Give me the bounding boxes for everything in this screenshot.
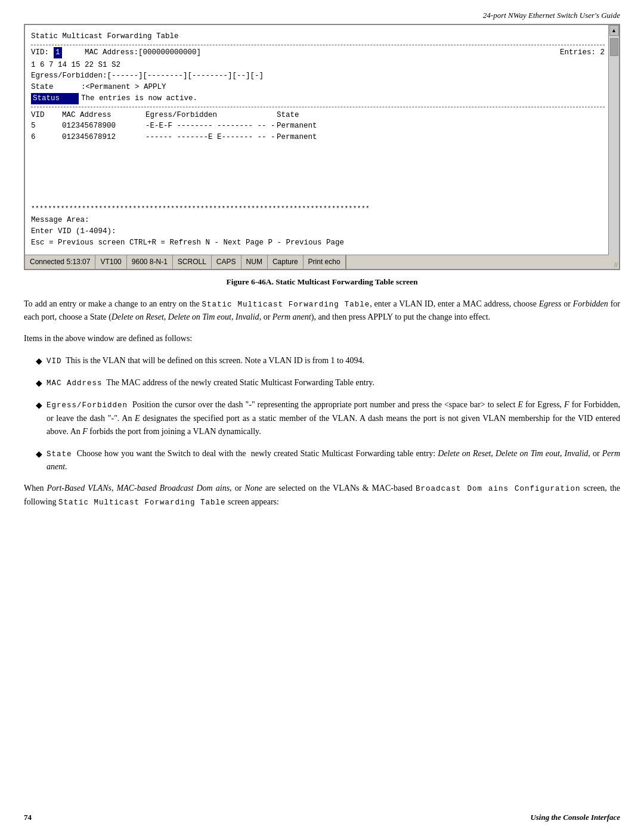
bullet-list: ◆ VID This is the VLAN that will be defi… — [36, 354, 620, 474]
statusbar-scroll: SCROLL — [173, 255, 212, 269]
bullet-diamond-egress: ◆ — [36, 399, 47, 412]
state-label: State — [31, 82, 79, 93]
bullet-term-vid: VID — [47, 357, 62, 366]
message-area-label: Message Area: — [31, 215, 605, 226]
row2-vid: 6 — [31, 132, 62, 143]
terminal-scrollbar: ▲ ▼ — [608, 25, 619, 269]
inline-permanent: Perm anent — [273, 312, 311, 321]
help-line: Esc = Previous screen CTRL+R = Refresh N… — [31, 237, 605, 249]
bullet-content-mac: MAC Address The MAC address of the newly… — [47, 376, 620, 389]
table-header-row: VID MAC Address Egress/Forbidden State — [31, 110, 605, 121]
figure-caption: Figure 6-46A. Static Multicast Forwardin… — [24, 277, 620, 287]
table-row-1: 5 012345678900 -E-E-F -------- -------- … — [31, 120, 605, 132]
state-value: :<Permanent > APPLY — [81, 82, 166, 93]
bullet-item-state: ◆ State Choose how you want the Switch t… — [36, 447, 620, 474]
col-mac-header: MAC Address — [62, 110, 145, 121]
statusbar-baud: 9600 8-N-1 — [127, 255, 173, 269]
stars-separator: ****************************************… — [31, 204, 605, 214]
row1-vid: 5 — [31, 120, 62, 132]
inline-port-based: Port-Based VLANs — [47, 484, 111, 493]
body-paragraph-bottom: When Port-Based VLANs, MAC-based Broadca… — [24, 482, 620, 509]
bullet-diamond-vid: ◆ — [36, 355, 47, 368]
bullet-item-vid: ◆ VID This is the VLAN that will be defi… — [36, 354, 620, 368]
table-row-2: 6 012345678912 ------ -------E E------- … — [31, 132, 605, 143]
bullet-item-egress: ◆ Egress/Forbidden Position the cursor o… — [36, 398, 620, 438]
egress-f: F — [564, 400, 569, 409]
terminal-box: Static Multicast Forwarding Table VID: 1… — [24, 24, 620, 270]
egress-e2: E — [135, 414, 140, 423]
bullet-content-vid: VID This is the VLAN that will be define… — [47, 354, 620, 367]
terminal-inner: Static Multicast Forwarding Table VID: 1… — [25, 25, 619, 255]
inline-delete-reset: Delete on Reset — [112, 312, 164, 321]
inline-forbidden: Forbidden — [573, 299, 608, 308]
port-row: 1 6 7 14 15 22 S1 S2 — [31, 60, 605, 71]
row1-egress: -E-E-F -------- -------- -- - — [145, 120, 277, 132]
egress-row: Egress/Forbidden:[------][--------][----… — [31, 70, 605, 82]
inline-mac-based: MAC-based Broadcast Dom ains — [117, 484, 230, 493]
enter-vid-label: Enter VID (1-4094): — [31, 226, 605, 237]
scrollbar-thumb[interactable] — [610, 38, 618, 56]
statusbar-resize: // — [346, 255, 619, 269]
row2-mac: 012345678912 — [62, 132, 145, 143]
row2-egress: ------ -------E E------- -- - — [145, 132, 277, 143]
separator-2 — [31, 107, 605, 107]
col-vid-header: VID — [31, 110, 62, 121]
body-paragraph-1: To add an entry or make a change to an e… — [24, 298, 620, 324]
status-value: The entries is now active. — [81, 93, 197, 104]
col-state-header: State — [277, 110, 299, 121]
statusbar-connected: Connected 5:13:07 — [25, 255, 95, 269]
vid-input[interactable]: 1 — [54, 47, 62, 58]
page-header-title: 24-port NWay Ethernet Switch User's Guid… — [483, 11, 620, 20]
state-row: State :<Permanent > APPLY — [31, 82, 605, 93]
row1-state: Permanent — [277, 120, 317, 132]
status-label: Status — [31, 93, 79, 104]
bullet-content-egress: Egress/Forbidden Position the cursor ove… — [47, 398, 620, 438]
inline-smft2: Static Multicast Forwarding Table — [58, 498, 226, 507]
bullet-diamond-mac: ◆ — [36, 377, 47, 390]
terminal-title: Static Multicast Forwarding Table — [31, 31, 605, 42]
bullet-term-egress: Egress/Forbidden — [47, 401, 128, 410]
footer-page-number: 74 — [24, 813, 32, 822]
mac-label: MAC Address:[000000000000] — [85, 47, 201, 58]
entries-label: Entries: 2 — [560, 47, 605, 58]
terminal-spacer — [31, 143, 605, 203]
page-footer: 74 Using the Console Interface — [24, 813, 620, 822]
main-content: Static Multicast Forwarding Table VID: 1… — [24, 24, 620, 809]
separator-1 — [31, 45, 605, 45]
statusbar-print-echo: Print echo — [304, 255, 346, 269]
terminal-statusbar: Connected 5:13:07 VT100 9600 8-N-1 SCROL… — [25, 255, 619, 269]
egress-e: E — [518, 400, 523, 409]
bullet-diamond-state: ◆ — [36, 448, 47, 461]
statusbar-num: NUM — [242, 255, 268, 269]
egress-f2: F — [82, 427, 88, 436]
state-delete-timeout: Delete on Tim eout — [496, 449, 560, 458]
state-invalid: Invalid — [565, 449, 589, 458]
inline-code-smft: Static Multicast Forwarding Table — [202, 301, 370, 309]
state-delete-reset: Delete on Reset — [438, 449, 491, 458]
bullet-term-mac: MAC Address — [47, 379, 103, 388]
statusbar-capture: Capture — [268, 255, 304, 269]
status-row: Status The entries is now active. — [31, 93, 605, 104]
bullet-item-mac: ◆ MAC Address The MAC address of the new… — [36, 376, 620, 390]
inline-invalid: Invalid — [236, 312, 259, 321]
vid-label: VID: — [31, 47, 49, 58]
inline-broadcast-cfg: Broadcast Dom ains Configuration — [416, 485, 581, 493]
inline-none: None — [244, 484, 262, 493]
footer-section: Using the Console Interface — [530, 813, 620, 822]
inline-delete-timeout: Delete on Tim eout — [168, 312, 231, 321]
scrollbar-up-button[interactable]: ▲ — [609, 25, 619, 36]
statusbar-caps: CAPS — [212, 255, 242, 269]
row2-state: Permanent — [277, 132, 317, 143]
statusbar-terminal: VT100 — [95, 255, 126, 269]
inline-egress: Egress — [539, 299, 562, 308]
bullet-term-state: State — [47, 450, 72, 459]
body-paragraph-2: Items in the above window are defined as… — [24, 332, 620, 345]
col-egress-header: Egress/Forbidden — [145, 110, 277, 121]
vid-mac-row: VID: 1 MAC Address:[000000000000] Entrie… — [31, 47, 605, 58]
bullet-content-state: State Choose how you want the Switch to … — [47, 447, 620, 474]
row1-mac: 012345678900 — [62, 120, 145, 132]
